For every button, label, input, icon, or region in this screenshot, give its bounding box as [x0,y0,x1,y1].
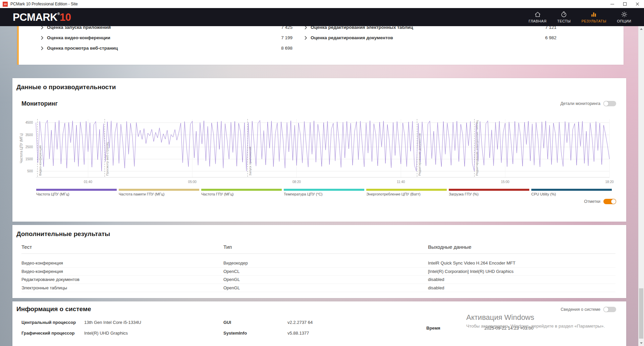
tab-results[interactable]: РЕЗУЛЬТАТЫ [581,11,606,23]
svg-text:4500: 4500 [25,121,33,124]
gpu-value: Intel(R) UHD Graphics [84,331,128,336]
column-header-test: Тест [21,244,223,250]
svg-text:11:40: 11:40 [397,180,405,184]
svg-text:3500: 3500 [25,133,33,137]
close-button[interactable] [631,0,644,8]
scores-left-column: Оценка запуска приложений 7 425 Оценка в… [41,22,292,53]
bar-chart-icon [590,11,597,18]
maximize-icon [623,2,627,6]
legend-label: Энергопотребление ЦПУ (Ватт) [366,192,447,196]
tab-tests[interactable]: ТЕСТЫ [557,11,571,23]
logo-registered-mark: ® [57,12,60,16]
chevron-right-icon [41,36,43,40]
score-value: 7 199 [281,35,292,40]
scrollbar-thumb[interactable] [639,288,643,339]
table-cell: OpenGL [223,285,428,290]
system-details-label: Сведения о системе [560,307,600,312]
svg-text:01:40: 01:40 [84,180,92,184]
svg-text:Просмотр веб-страниц: Просмотр веб-страниц [105,142,109,176]
toggle-knob [604,307,608,312]
cpu-label: Центральный процессор [21,320,76,325]
pcmark-logo: PCMARK®10 [13,12,71,22]
monitoring-details-toggle[interactable] [603,101,616,106]
table-cell: IntelR Quick Sync Video H.264 Encoder MF… [428,261,615,266]
svg-text:Редактирование электронных таб: Редактирование электронных таблиц [475,120,479,176]
score-row-document-editing[interactable]: Оценка редактирования документов 6 982 [304,33,556,43]
cpu-value: 13th Gen Intel Core i5-1334U [84,320,141,325]
window-titlebar: 10 PCMark 10 Professional Edition - Site [0,0,644,8]
minimize-button[interactable] [606,0,619,8]
legend-item: CPU Utility (%) [531,189,612,196]
system-details-toggle[interactable] [603,307,616,312]
svg-text:15:00: 15:00 [501,180,509,184]
table-body: Видео-конференцияВидеокодерIntelR Quick … [21,259,615,292]
legend-item: Частота ГПУ (МГц) [201,189,282,196]
main-nav: ГЛАВНАЯ ТЕСТЫ РЕЗУЛЬТАТЫ ОПЦИИ [529,11,631,23]
table-cell: OpenGL [223,277,428,282]
legend-item: Энергопотребление ЦПУ (Ватт) [366,189,447,196]
monitoring-title: Мониторинг [21,100,58,107]
svg-text:500: 500 [27,169,33,173]
score-value: 6 982 [545,35,556,40]
legend-item: Температура ЦПУ (°C) [284,189,364,196]
gear-icon [621,11,628,18]
tab-tests-label: ТЕСТЫ [557,19,571,23]
performance-section-title: Данные о производительности [16,83,116,91]
svg-text:Видео-конференция: Видео-конференция [38,145,42,176]
table-cell: disabled [428,277,615,282]
score-label: Оценка редактирования документов [311,35,393,40]
tab-home-label: ГЛАВНАЯ [529,19,546,23]
stopwatch-icon [560,11,567,18]
legend-color-bar [366,189,447,191]
legend-color-bar [449,189,529,191]
home-icon [534,11,541,18]
column-header-type: Тип [223,244,428,250]
legend-item: Загрузка ГПУ (%) [449,189,529,196]
legend-color-bar [284,189,364,191]
scroll-down-button[interactable] [638,340,644,346]
scroll-up-button[interactable] [638,26,644,32]
legend-item: Частота памяти ГПУ (МГц) [119,189,199,196]
app-header: PCMARK®10 ГЛАВНАЯ ТЕСТЫ РЕЗУЛЬТАТЫ ОПЦИИ [0,8,644,26]
svg-text:Частота ЦПУ (МГц): Частота ЦПУ (МГц) [19,133,23,163]
score-row-video-conference[interactable]: Оценка видео-конференции 7 199 [41,33,292,43]
table-cell: disabled [428,285,615,290]
legend-label: CPU Utility (%) [531,192,612,196]
svg-text:18:20: 18:20 [605,180,613,184]
svg-text:Редактирование документов: Редактирование документов [418,133,421,176]
legend-color-bar [201,189,282,191]
tab-options[interactable]: ОПЦИИ [617,11,631,23]
legend-color-bar [119,189,199,191]
systeminfo-label: SystemInfo [223,331,247,336]
systeminfo-value: v5.88.1377 [287,331,309,336]
monitoring-details-label: Детали мониторинга [560,101,600,106]
score-value: 8 698 [281,46,292,51]
tab-results-label: РЕЗУЛЬТАТЫ [581,19,606,23]
score-label: Оценка видео-конференции [47,35,110,40]
table-row: Электронные таблицыOpenGLdisabled [21,284,615,292]
vertical-scrollbar[interactable] [638,26,644,346]
table-row: Редактирование документовOpenGLdisabled [21,276,615,284]
time-value: 2025-09-22 14:23 +03:00 [484,326,533,331]
tab-home[interactable]: ГЛАВНАЯ [529,11,546,23]
maximize-button[interactable] [619,0,631,8]
toggle-knob [604,101,608,106]
table-cell: Редактирование документов [21,277,223,282]
chevron-right-icon [304,36,307,40]
table-cell: Электронные таблицы [21,285,223,290]
legend-color-bar [36,189,117,191]
svg-text:2500: 2500 [25,145,33,149]
table-cell: Видео-конференция [21,269,223,274]
marks-label: Отметки [584,199,600,204]
column-header-output: Выходные данные [428,244,615,250]
score-row-web-browsing[interactable]: Оценка просмотра веб-страниц 8 698 [41,43,292,53]
legend-color-bar [531,189,612,191]
system-details-row: Сведения о системе [560,307,616,312]
tab-options-label: ОПЦИИ [617,19,631,23]
window-controls [606,0,644,8]
system-info-title: Информация о системе [16,305,91,313]
legend-label: Загрузка ГПУ (%) [449,192,529,196]
monitoring-details-row: Детали мониторинга [560,101,616,106]
score-label: Оценка просмотра веб-страниц [47,46,118,51]
marks-toggle[interactable] [603,199,616,204]
